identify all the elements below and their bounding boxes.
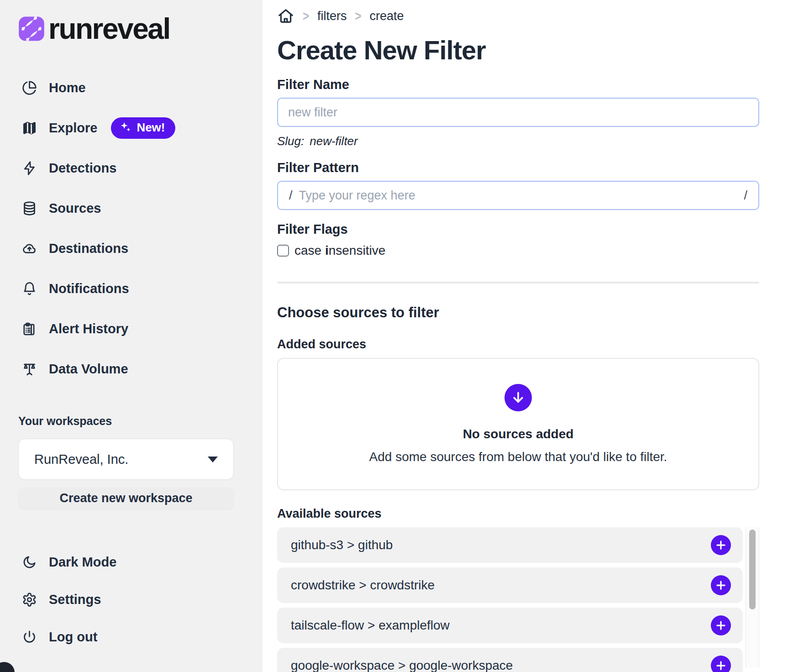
arrow-down-circle-icon	[504, 384, 532, 411]
sidebar-item-label: Settings	[49, 592, 101, 607]
sidebar-item-home[interactable]: Home	[18, 78, 263, 98]
sidebar-item-label: Log out	[49, 630, 97, 645]
sidebar-item-data-volume[interactable]: Data Volume	[18, 359, 263, 379]
sidebar-item-label: Home	[49, 80, 86, 95]
scales-icon	[22, 362, 37, 377]
page-title: Create New Filter	[277, 35, 759, 65]
filter-name-label: Filter Name	[277, 77, 759, 92]
chat-widget-bubble[interactable]	[0, 662, 15, 672]
empty-state-title: No sources added	[463, 427, 574, 441]
gear-icon	[22, 592, 37, 607]
available-sources-panel: github-s3 > github crowdstrike > crowdst…	[277, 527, 759, 672]
sidebar: runreveal Home Explore New!	[0, 0, 263, 672]
sidebar-item-label: Notifications	[49, 281, 129, 296]
add-source-button[interactable]	[711, 575, 731, 595]
runreveal-logo[interactable]: runreveal	[18, 14, 263, 44]
slug-line: Slug: new-filter	[277, 134, 759, 148]
workspace-selected-value: RunReveal, Inc.	[34, 452, 128, 467]
breadcrumb-separator: >	[303, 8, 309, 24]
breadcrumb: > filters > create	[277, 7, 759, 25]
sidebar-item-label: Dark Mode	[49, 555, 116, 570]
moon-icon	[22, 555, 37, 570]
badge-label: New!	[137, 121, 165, 135]
plus-icon	[715, 539, 727, 551]
case-insensitive-label: case insensitive	[294, 243, 385, 258]
pie-chart-icon	[22, 80, 37, 95]
logout-button[interactable]: Log out	[18, 627, 263, 647]
breadcrumb-create[interactable]: create	[370, 9, 404, 23]
sidebar-item-sources[interactable]: Sources	[18, 198, 263, 218]
lightning-icon	[22, 161, 37, 176]
main-content: > filters > create Create New Filter Fil…	[263, 0, 809, 672]
explore-new-badge: New!	[111, 117, 175, 139]
source-row-tailscale[interactable]: tailscale-flow > exampleflow	[277, 608, 743, 643]
plus-icon	[715, 660, 727, 672]
source-row-github[interactable]: github-s3 > github	[277, 527, 743, 563]
create-workspace-button[interactable]: Create new workspace	[18, 487, 234, 509]
source-row-crowdstrike[interactable]: crowdstrike > crowdstrike	[277, 567, 743, 603]
filter-name-input[interactable]	[277, 98, 759, 127]
sidebar-item-explore[interactable]: Explore New!	[18, 118, 263, 138]
workspaces-heading: Your workspaces	[18, 415, 263, 428]
plus-icon	[715, 579, 727, 591]
regex-close-delimiter: /	[744, 189, 747, 203]
breadcrumb-separator: >	[355, 8, 362, 24]
sidebar-item-notifications[interactable]: Notifications	[18, 278, 263, 299]
clipboard-list-icon	[22, 321, 37, 336]
filter-flags-label: Filter Flags	[277, 222, 759, 237]
breadcrumb-filters[interactable]: filters	[317, 9, 347, 23]
database-icon	[22, 201, 37, 216]
case-insensitive-option[interactable]: case insensitive	[277, 243, 759, 258]
add-source-button[interactable]	[711, 656, 731, 672]
empty-state-description: Add some sources from below that you'd l…	[369, 450, 667, 464]
sidebar-footer-nav: Dark Mode Settings Log out	[18, 552, 263, 647]
added-sources-dropzone: No sources added Add some sources from b…	[277, 358, 759, 490]
home-icon[interactable]	[277, 7, 294, 25]
sidebar-item-label: Alert History	[49, 321, 128, 336]
add-source-button[interactable]	[711, 535, 731, 555]
sources-scrollbar-thumb[interactable]	[749, 530, 756, 609]
settings-link[interactable]: Settings	[18, 589, 263, 609]
choose-sources-heading: Choose sources to filter	[277, 304, 759, 321]
workspace-select[interactable]: RunReveal, Inc.	[18, 439, 234, 480]
source-label: google-workspace > google-workspace	[291, 658, 513, 672]
slug-value: new-filter	[310, 134, 357, 148]
bell-icon	[22, 281, 37, 296]
sources-scrollbar-track[interactable]	[746, 527, 759, 667]
filter-pattern-field[interactable]: / /	[277, 181, 759, 210]
cloud-upload-icon	[22, 241, 37, 256]
map-icon	[22, 121, 37, 136]
sidebar-item-detections[interactable]: Detections	[18, 158, 263, 178]
source-label: crowdstrike > crowdstrike	[291, 578, 435, 593]
source-label: tailscale-flow > exampleflow	[291, 618, 450, 633]
dark-mode-toggle[interactable]: Dark Mode	[18, 552, 263, 572]
regex-open-delimiter: /	[289, 189, 293, 203]
sidebar-nav: Home Explore New! Detections	[18, 78, 263, 379]
sidebar-item-alert-history[interactable]: Alert History	[18, 319, 263, 339]
available-sources-label: Available sources	[277, 507, 759, 521]
sidebar-item-label: Sources	[49, 201, 101, 216]
sidebar-item-label: Detections	[49, 161, 116, 176]
runreveal-logo-icon	[18, 16, 45, 42]
filter-pattern-label: Filter Pattern	[277, 160, 759, 175]
added-sources-label: Added sources	[277, 337, 759, 352]
case-insensitive-checkbox[interactable]	[277, 245, 289, 257]
plus-icon	[715, 620, 727, 631]
section-divider	[277, 282, 759, 284]
sidebar-item-label: Explore	[49, 121, 97, 136]
add-source-button[interactable]	[711, 615, 731, 635]
sidebar-item-label: Destinations	[49, 241, 128, 256]
power-icon	[22, 630, 37, 645]
available-sources-list: github-s3 > github crowdstrike > crowdst…	[277, 527, 743, 672]
sparkles-icon	[119, 121, 132, 134]
sidebar-item-destinations[interactable]: Destinations	[18, 238, 263, 258]
chevron-down-icon	[208, 457, 218, 462]
logo-wordmark: runreveal	[48, 12, 170, 46]
sidebar-item-label: Data Volume	[49, 362, 128, 377]
slug-label: Slug:	[277, 134, 304, 148]
filter-pattern-input[interactable]	[299, 189, 738, 203]
source-label: github-s3 > github	[291, 538, 393, 552]
source-row-google-workspace[interactable]: google-workspace > google-workspace	[277, 648, 743, 672]
